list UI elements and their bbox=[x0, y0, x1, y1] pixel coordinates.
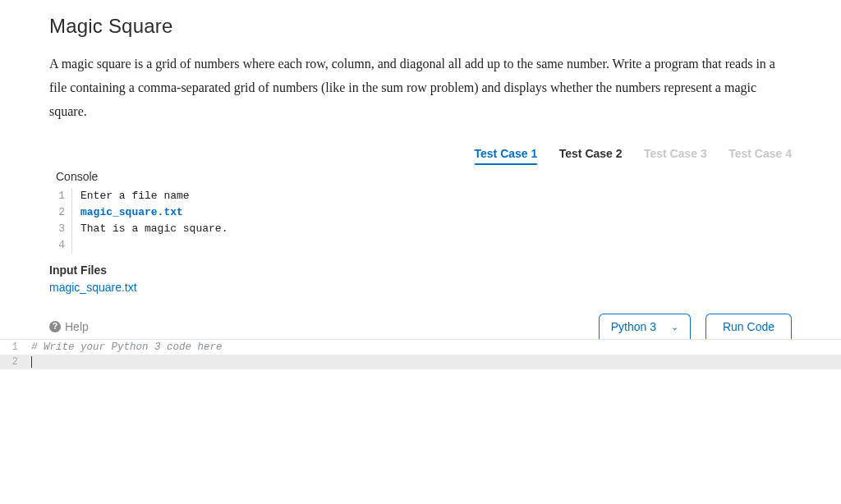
line-number: 2 bbox=[0, 355, 25, 369]
line-number: 2 bbox=[53, 204, 72, 221]
console-row: 2 magic_square.txt bbox=[53, 204, 792, 221]
console-row: 1 Enter a file name bbox=[53, 188, 792, 204]
input-file-link[interactable]: magic_square.txt bbox=[49, 281, 137, 294]
console-row: 4 bbox=[53, 237, 792, 254]
line-number: 1 bbox=[0, 340, 25, 355]
tab-test-case-2[interactable]: Test Case 2 bbox=[559, 147, 623, 163]
input-files-header: Input Files bbox=[49, 263, 792, 277]
cursor bbox=[31, 356, 32, 368]
console-line-user-input: magic_square.txt bbox=[72, 204, 183, 221]
line-number: 4 bbox=[53, 237, 72, 254]
problem-description: A magic square is a grid of numbers wher… bbox=[49, 53, 792, 123]
editor-line: # Write your Python 3 code here bbox=[25, 340, 841, 355]
editor-row: 1 # Write your Python 3 code here bbox=[0, 340, 841, 355]
test-case-tabs: Test Case 1 Test Case 2 Test Case 3 Test… bbox=[49, 146, 792, 165]
tab-test-case-3: Test Case 3 bbox=[644, 147, 707, 163]
editor-line-active[interactable] bbox=[25, 355, 841, 369]
line-number: 3 bbox=[53, 221, 72, 237]
line-number: 1 bbox=[53, 188, 72, 204]
tab-test-case-1[interactable]: Test Case 1 bbox=[475, 147, 538, 165]
console-label: Console bbox=[56, 170, 792, 183]
editor-row: 2 bbox=[0, 355, 841, 369]
console-output: 1 Enter a file name 2 magic_square.txt 3… bbox=[53, 188, 792, 254]
language-selected: Python 3 bbox=[611, 320, 656, 333]
help-icon: ? bbox=[49, 321, 61, 332]
editor-toolbar: ? Help Python 3 ⌄ Run Code bbox=[49, 314, 792, 339]
page-title: Magic Square bbox=[49, 15, 792, 38]
code-editor[interactable]: 1 # Write your Python 3 code here 2 bbox=[0, 339, 841, 496]
console-line: Enter a file name bbox=[72, 188, 190, 204]
tab-test-case-4: Test Case 4 bbox=[728, 147, 792, 163]
console-line: That is a magic square. bbox=[72, 221, 227, 237]
console-row: 3 That is a magic square. bbox=[53, 221, 792, 237]
run-code-button[interactable]: Run Code bbox=[705, 314, 792, 339]
help-label: Help bbox=[65, 320, 89, 333]
language-dropdown[interactable]: Python 3 ⌄ bbox=[599, 314, 691, 339]
chevron-down-icon: ⌄ bbox=[671, 322, 678, 332]
help-button[interactable]: ? Help bbox=[49, 320, 89, 333]
